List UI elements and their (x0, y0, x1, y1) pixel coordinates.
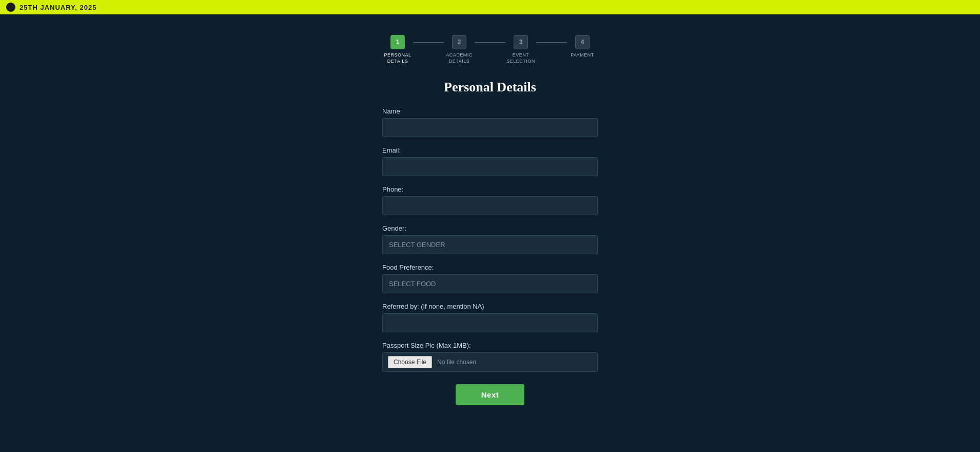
step-1: 1 PERSONALDETAILS (382, 35, 413, 64)
step-4-circle: 4 (575, 35, 590, 49)
food-field-group: Food Preference: SELECT FOOD Vegetarian … (382, 263, 598, 293)
name-label: Name: (382, 107, 598, 115)
referred-input[interactable] (382, 313, 598, 332)
step-2-label: ACADEMICDETAILS (446, 52, 473, 64)
connector-2-3 (475, 42, 505, 43)
gender-field-group: Gender: SELECT GENDER Male Female Other (382, 224, 598, 254)
email-field-group: Email: (382, 146, 598, 176)
referred-field-group: Referred by: (If none, mention NA) (382, 303, 598, 332)
step-2: 2 ACADEMICDETAILS (444, 35, 475, 64)
step-3: 3 EVENTSELECTION (505, 35, 536, 64)
passport-label: Passport Size Pic (Max 1MB): (382, 342, 598, 349)
choose-file-button[interactable]: Choose File (388, 356, 432, 368)
step-4-label: PAYMENT (571, 52, 594, 59)
step-3-circle: 3 (514, 35, 528, 49)
banner-text: 25TH JANUARY, 2025 (19, 4, 96, 11)
step-3-label: EVENTSELECTION (506, 52, 535, 64)
phone-label: Phone: (382, 185, 598, 193)
phone-input[interactable] (382, 196, 598, 215)
gender-label: Gender: (382, 224, 598, 232)
step-1-label: PERSONALDETAILS (384, 52, 411, 64)
step-2-circle: 2 (452, 35, 466, 49)
file-input-wrapper: Choose File No file chosen (382, 352, 598, 372)
file-chosen-text: No file chosen (437, 359, 476, 366)
step-1-circle: 1 (390, 35, 405, 49)
food-label: Food Preference: (382, 263, 598, 271)
main-container: 1 PERSONALDETAILS 2 ACADEMICDETAILS 3 EV… (0, 14, 980, 426)
banner-dot (6, 3, 15, 12)
personal-details-form: Personal Details Name: Email: Phone: Gen… (382, 80, 598, 405)
name-field-group: Name: (382, 107, 598, 137)
form-title: Personal Details (382, 80, 598, 95)
name-input[interactable] (382, 118, 598, 137)
next-button[interactable]: Next (456, 384, 525, 405)
progress-stepper: 1 PERSONALDETAILS 2 ACADEMICDETAILS 3 EV… (382, 35, 598, 64)
connector-3-4 (536, 42, 567, 43)
top-banner: 25TH JANUARY, 2025 (0, 0, 980, 14)
connector-1-2 (413, 42, 444, 43)
passport-field-group: Passport Size Pic (Max 1MB): Choose File… (382, 342, 598, 372)
gender-select[interactable]: SELECT GENDER Male Female Other (382, 235, 598, 254)
food-select[interactable]: SELECT FOOD Vegetarian Non-Vegetarian Ve… (382, 274, 598, 293)
phone-field-group: Phone: (382, 185, 598, 215)
referred-label: Referred by: (If none, mention NA) (382, 303, 598, 310)
email-input[interactable] (382, 157, 598, 176)
step-4: 4 PAYMENT (567, 35, 598, 59)
email-label: Email: (382, 146, 598, 154)
